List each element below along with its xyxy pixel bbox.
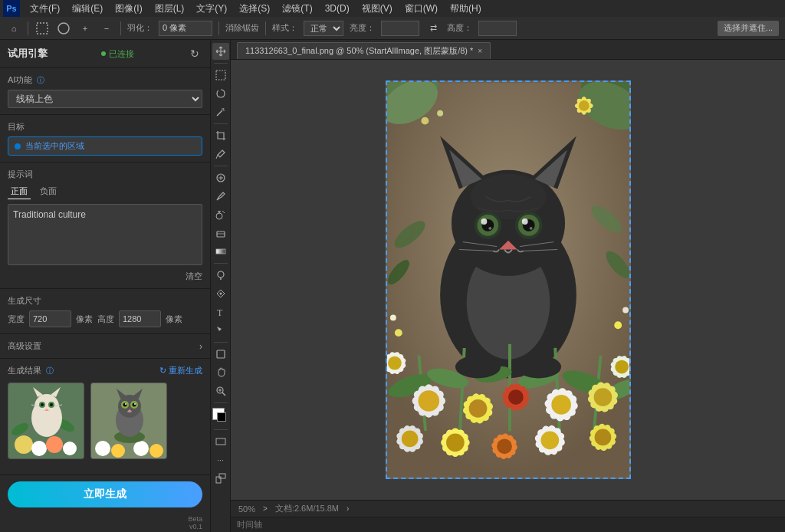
home-icon[interactable]: ⌂ bbox=[6, 21, 21, 36]
height-field-label: 高度 bbox=[97, 314, 114, 325]
menu-window[interactable]: 窗口(W) bbox=[399, 1, 443, 17]
select-mask-btn[interactable]: 选择并遮住... bbox=[718, 21, 779, 36]
result-thumb-2[interactable] bbox=[90, 383, 167, 459]
tab-bar: 113312663_0_final.png @ 50% (StartAllIma… bbox=[231, 40, 785, 60]
expand-arrow2[interactable]: › bbox=[347, 504, 349, 513]
background-color[interactable] bbox=[217, 412, 226, 422]
tool-zoom[interactable] bbox=[212, 383, 229, 399]
svg-point-178 bbox=[540, 432, 559, 450]
height-label: 高度： bbox=[447, 22, 472, 34]
feather-input[interactable] bbox=[159, 21, 212, 36]
menu-select[interactable]: 选择(S) bbox=[234, 1, 275, 17]
menu-view[interactable]: 视图(V) bbox=[356, 1, 398, 17]
generate-button[interactable]: 立即生成 bbox=[8, 481, 202, 507]
menu-edit[interactable]: 编辑(E) bbox=[67, 1, 108, 17]
tool-move[interactable] bbox=[212, 43, 229, 60]
svg-rect-52 bbox=[216, 249, 225, 254]
prompt-section: 提示词 正面 负面 Traditional culture 清空 bbox=[0, 163, 210, 289]
menu-text[interactable]: 文字(Y) bbox=[191, 1, 232, 17]
tool-dodge[interactable] bbox=[212, 267, 229, 284]
prompt-tab-negative[interactable]: 负面 bbox=[37, 184, 60, 199]
tool-extra2[interactable] bbox=[212, 470, 229, 487]
width-field[interactable] bbox=[29, 310, 71, 327]
svg-point-96 bbox=[481, 218, 487, 225]
height-field[interactable] bbox=[119, 310, 161, 327]
menu-help[interactable]: 帮助(H) bbox=[445, 1, 487, 17]
tool-brush[interactable] bbox=[212, 188, 229, 205]
tool-path-select[interactable] bbox=[212, 322, 229, 339]
ai-feature-help[interactable]: ⓘ bbox=[37, 76, 44, 84]
tool-eraser[interactable] bbox=[212, 225, 229, 241]
svg-point-157 bbox=[401, 431, 418, 448]
svg-point-55 bbox=[219, 293, 222, 295]
tool-crop[interactable] bbox=[212, 127, 229, 144]
svg-point-75 bbox=[578, 100, 589, 111]
menu-layer[interactable]: 图层(L) bbox=[149, 1, 190, 17]
tool-divider-7 bbox=[214, 429, 228, 430]
tool-eyedropper[interactable] bbox=[212, 146, 229, 163]
results-help-icon[interactable]: ⓘ bbox=[46, 366, 54, 375]
add-select-icon[interactable]: + bbox=[77, 21, 93, 36]
style-select[interactable]: 正常 bbox=[304, 21, 343, 36]
tool-rect-select[interactable] bbox=[212, 67, 229, 84]
canvas-viewport[interactable] bbox=[231, 60, 785, 500]
svg-rect-0 bbox=[37, 23, 48, 34]
prompt-footer: 清空 bbox=[8, 271, 202, 282]
tool-screen-mode[interactable] bbox=[212, 433, 229, 450]
panel-refresh-icon[interactable]: ↻ bbox=[187, 46, 202, 61]
svg-point-24 bbox=[149, 444, 163, 458]
canvas-tab-close[interactable]: × bbox=[478, 47, 482, 55]
menu-image[interactable]: 图像(I) bbox=[110, 1, 147, 17]
tool-shape[interactable] bbox=[212, 346, 229, 363]
timeline-bar: 时间轴 bbox=[231, 517, 785, 532]
menu-file[interactable]: 文件(F) bbox=[25, 1, 65, 17]
width-input[interactable] bbox=[381, 21, 419, 36]
tool-pen[interactable] bbox=[212, 285, 229, 302]
target-section: 目标 当前选中的区域 bbox=[0, 115, 210, 163]
tool-extra[interactable]: ··· bbox=[212, 452, 229, 468]
svg-point-16 bbox=[50, 403, 53, 406]
ellipse-select-icon[interactable] bbox=[56, 21, 71, 36]
tool-heal[interactable] bbox=[212, 169, 229, 186]
tool-magic-wand[interactable] bbox=[212, 103, 229, 120]
feather-label: 羽化： bbox=[127, 22, 153, 34]
target-option[interactable]: 当前选中的区域 bbox=[8, 136, 202, 156]
svg-point-23 bbox=[133, 441, 149, 456]
height-input[interactable] bbox=[478, 21, 517, 36]
panel-title: 试用引擎 bbox=[8, 47, 48, 61]
tool-hand[interactable] bbox=[212, 364, 229, 381]
prompt-textarea[interactable]: Traditional culture bbox=[8, 204, 202, 265]
subtract-select-icon[interactable]: − bbox=[99, 21, 114, 36]
options-divider-2 bbox=[120, 21, 121, 35]
ai-feature-section: AI功能 ⓘ 线稿上色 智能填充 背景替换 bbox=[0, 68, 210, 115]
canvas-illustration bbox=[387, 82, 629, 478]
tool-clone[interactable] bbox=[212, 206, 229, 223]
color-swatches[interactable] bbox=[212, 408, 229, 425]
advanced-section[interactable]: 高级设置 › bbox=[0, 334, 210, 359]
tool-gradient[interactable] bbox=[212, 243, 229, 260]
prompt-tab-positive[interactable]: 正面 bbox=[8, 184, 31, 199]
swap-icon[interactable]: ⇄ bbox=[425, 21, 441, 36]
svg-point-1 bbox=[58, 23, 69, 34]
style-label: 样式： bbox=[272, 22, 297, 34]
clear-button[interactable]: 清空 bbox=[186, 271, 202, 282]
result-thumb-1[interactable] bbox=[8, 383, 84, 459]
tool-divider-5 bbox=[214, 342, 228, 343]
tool-type[interactable]: T bbox=[212, 304, 229, 320]
rect-select-icon[interactable] bbox=[34, 21, 50, 36]
width-unit: 像素 bbox=[76, 314, 93, 325]
expand-arrow[interactable]: > bbox=[263, 504, 268, 513]
ai-feature-select[interactable]: 线稿上色 智能填充 背景替换 bbox=[8, 90, 202, 108]
results-section: 生成结果 ⓘ ↻ 重新生成 bbox=[0, 359, 210, 475]
regen-button[interactable]: ↻ 重新生成 bbox=[159, 365, 202, 376]
menu-filter[interactable]: 滤镜(T) bbox=[277, 1, 317, 17]
canvas-tab-main[interactable]: 113312663_0_final.png @ 50% (StartAllIma… bbox=[237, 42, 491, 59]
results-header: 生成结果 ⓘ ↻ 重新生成 bbox=[8, 365, 202, 376]
menu-3d[interactable]: 3D(D) bbox=[320, 2, 355, 15]
svg-point-164 bbox=[446, 433, 465, 452]
tool-lasso[interactable] bbox=[212, 85, 229, 102]
svg-rect-37 bbox=[216, 71, 225, 80]
regen-icon: ↻ bbox=[159, 366, 166, 376]
width-field-label: 宽度 bbox=[8, 314, 25, 325]
svg-point-33 bbox=[133, 403, 136, 407]
